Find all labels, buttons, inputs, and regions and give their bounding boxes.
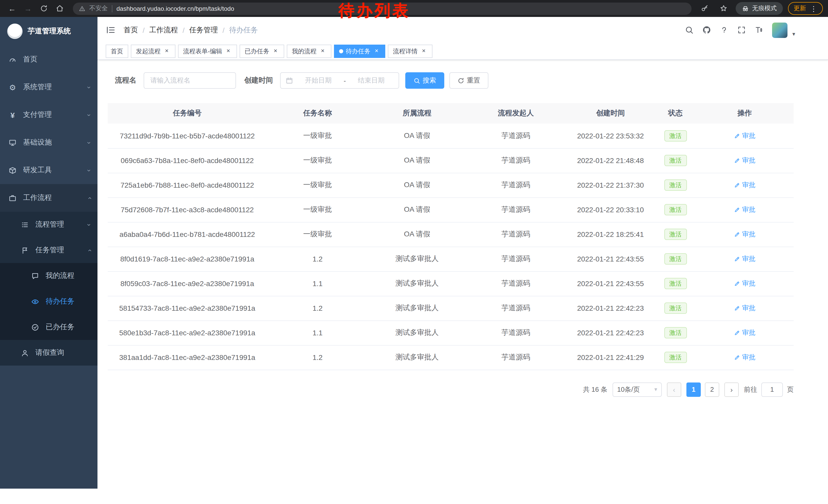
cell-action: 审批 (696, 197, 794, 222)
approve-link[interactable]: 审批 (734, 156, 755, 165)
user-avatar[interactable] (772, 22, 788, 38)
cell-status: 激活 (655, 296, 696, 320)
edit-icon (734, 182, 740, 188)
tab-close-icon[interactable]: × (272, 48, 279, 55)
next-page-button[interactable]: › (724, 382, 739, 397)
warning-icon (79, 5, 85, 11)
approve-link[interactable]: 审批 (734, 131, 755, 140)
sidebar-item-label: 工作流程 (23, 193, 89, 202)
browser-back-button[interactable]: ← (5, 2, 19, 15)
cell-action: 审批 (696, 296, 794, 320)
end-date-placeholder: 结束日期 (349, 76, 394, 85)
tab-close-icon[interactable]: × (163, 48, 170, 55)
sidebar-item-leave-query[interactable]: 请假查询 (0, 340, 97, 366)
prev-page-button[interactable]: ‹ (667, 382, 681, 397)
tab-process-detail[interactable]: 流程详情× (388, 45, 432, 58)
tab-done-tasks[interactable]: 已办任务× (240, 45, 284, 58)
header-search-icon[interactable] (685, 26, 694, 34)
tab-my-process[interactable]: 我的流程× (287, 45, 331, 58)
page-size-select[interactable]: 10条/页 ▾ (613, 382, 662, 397)
cell-action: 审批 (696, 320, 794, 345)
breadcrumb-item[interactable]: 任务管理 (189, 26, 218, 35)
calendar-icon (286, 77, 293, 84)
browser-forward-button[interactable]: → (21, 2, 35, 15)
tab-close-icon[interactable]: × (319, 48, 326, 55)
bookmark-star-button[interactable] (717, 2, 731, 15)
breadcrumb-item[interactable]: 首页 (124, 26, 138, 35)
tab-process-form-edit[interactable]: 流程表单-编辑× (178, 45, 237, 58)
sidebar-item-task-mgmt[interactable]: 任务管理› (0, 237, 97, 263)
cell-created: 2022-01-22 21:48:48 (566, 148, 655, 173)
password-key-button[interactable] (698, 2, 711, 15)
tab-home[interactable]: 首页 (106, 45, 128, 58)
select-caret-down-icon: ▾ (654, 386, 657, 392)
sidebar-item-dev-tools[interactable]: 研发工具› (0, 156, 97, 184)
task-table: 任务编号任务名称所属流程流程发起人创建时间状态操作 73211d9d-7b9b-… (108, 103, 794, 370)
sidebar-toggle-button[interactable] (106, 25, 115, 35)
approve-link[interactable]: 审批 (734, 205, 755, 214)
cell-process: OA 请假 (368, 124, 466, 148)
app-logo[interactable]: 芋道管理系统 (0, 17, 97, 46)
font-size-icon[interactable] (755, 26, 763, 34)
box-icon (8, 166, 17, 174)
table-row: 725a1eb6-7b88-11ec-8ef0-acde48001122一级审批… (108, 173, 794, 197)
tab-close-icon[interactable]: × (420, 48, 427, 55)
edit-icon (734, 305, 740, 311)
goto-page-input[interactable]: 1 (761, 382, 783, 397)
fullscreen-icon[interactable] (738, 26, 746, 34)
sidebar-item-workflow[interactable]: 工作流程› (0, 184, 97, 212)
chevron-right-icon: › (730, 386, 733, 393)
help-icon[interactable] (720, 26, 729, 34)
approve-link[interactable]: 审批 (734, 180, 755, 190)
reset-button[interactable]: 重置 (449, 72, 488, 89)
sidebar-item-todo-tasks[interactable]: 待办任务 (0, 289, 97, 314)
approve-link[interactable]: 审批 (734, 328, 755, 337)
process-name-input[interactable]: 请输入流程名 (143, 72, 236, 89)
approve-link[interactable]: 审批 (734, 279, 755, 288)
cell-status: 激活 (655, 197, 696, 222)
table-row: 069c6a63-7b8a-11ec-8ef0-acde48001122一级审批… (108, 148, 794, 173)
cell-status: 激活 (655, 124, 696, 148)
tab-start-process[interactable]: 发起流程× (131, 45, 175, 58)
table-header-row: 任务编号任务名称所属流程流程发起人创建时间状态操作 (108, 103, 794, 124)
cell-initiator: 芋道源码 (466, 222, 566, 246)
browser-home-button[interactable] (53, 2, 67, 15)
browser-update-button[interactable]: 更新 ⋮ (788, 2, 823, 15)
approve-link[interactable]: 审批 (734, 230, 755, 239)
sidebar-item-payment-mgmt[interactable]: ¥支付管理› (0, 101, 97, 129)
cell-process: 测试多审批人 (368, 296, 466, 320)
date-range-picker[interactable]: 开始日期 - 结束日期 (280, 72, 399, 89)
browser-reload-button[interactable] (37, 2, 51, 15)
page-button-1[interactable]: 1 (687, 382, 701, 397)
search-button[interactable]: 搜索 (405, 72, 444, 89)
github-icon[interactable] (703, 26, 711, 34)
breadcrumb-item[interactable]: 工作流程 (149, 26, 178, 35)
goto-unit-label: 页 (787, 385, 794, 394)
sidebar-item-done-tasks[interactable]: 已办任务 (0, 314, 97, 340)
approve-link[interactable]: 审批 (734, 304, 755, 313)
cell-status: 激活 (655, 320, 696, 345)
cell-process: 测试多审批人 (368, 271, 466, 296)
cell-initiator: 芋道源码 (466, 197, 566, 222)
approve-link-label: 审批 (742, 180, 755, 190)
omnibox-divider (112, 5, 112, 12)
column-header: 操作 (696, 103, 794, 124)
tab-todo-tasks[interactable]: 待办任务× (334, 45, 385, 58)
approve-link[interactable]: 审批 (734, 353, 755, 362)
page-button-2[interactable]: 2 (705, 382, 719, 397)
sidebar-item-system-mgmt[interactable]: ⚙系统管理› (0, 73, 97, 101)
sidebar-item-home[interactable]: 首页 (0, 46, 97, 73)
avatar-caret-down-icon[interactable]: ▾ (792, 31, 795, 37)
chevron-down-icon: › (85, 114, 93, 116)
cell-task-id: 580e1b3d-7ac8-11ec-a9e2-a2380e71991a (108, 320, 267, 345)
edit-icon (734, 133, 740, 139)
browser-menu-icon: ⋮ (810, 5, 817, 12)
app-frame: 芋道管理系统 首页⚙系统管理›¥支付管理›基础设施›研发工具›工作流程›流程管理… (0, 17, 828, 489)
cell-process: 测试多审批人 (368, 320, 466, 345)
approve-link[interactable]: 审批 (734, 254, 755, 264)
sidebar-item-my-process[interactable]: 我的流程 (0, 263, 97, 289)
sidebar-item-process-mgmt[interactable]: 流程管理› (0, 212, 97, 237)
tab-close-icon[interactable]: × (373, 48, 380, 55)
sidebar-item-infrastructure[interactable]: 基础设施› (0, 129, 97, 156)
tab-close-icon[interactable]: × (225, 48, 232, 55)
